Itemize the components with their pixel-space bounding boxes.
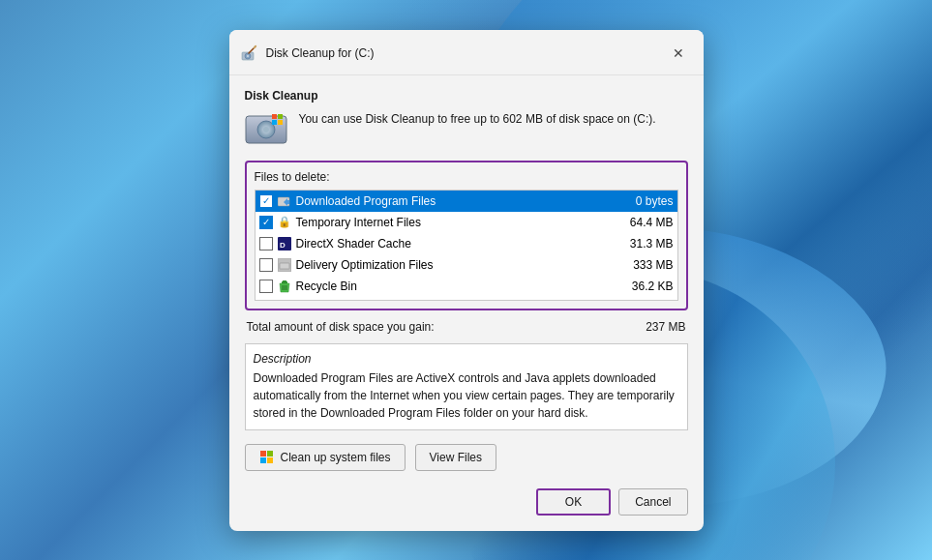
title-bar-left: Disk Cleanup for (C:) [241,44,375,62]
downloaded-files-icon [277,193,292,209]
svg-rect-25 [260,457,266,463]
hard-drive-icon [245,112,287,147]
cleanup-system-files-button[interactable]: Clean up system files [245,444,406,471]
svg-rect-9 [278,114,283,119]
file-size-temp: 64.4 MB [616,216,674,229]
file-name-delivery: Delivery Optimization Files [296,258,612,272]
file-checkbox-recycle[interactable] [259,280,273,293]
total-row: Total amount of disk space you gain: 237… [245,320,688,334]
file-item-directx[interactable]: D DirectX Shader Cache 31.3 MB [256,233,677,254]
hdd-icon [245,112,287,147]
shield-icon [260,451,274,464]
dialog-content: Disk Cleanup [229,75,704,531]
close-button[interactable]: ✕ [665,40,692,67]
recycle-bin-icon [277,279,292,294]
file-size-recycle: 36.2 KB [616,280,674,293]
total-label: Total amount of disk space you gain: [247,320,435,334]
svg-point-7 [263,127,269,133]
svg-rect-19 [283,280,286,282]
svg-rect-26 [267,457,273,463]
title-icon [241,44,258,62]
windows-shield-icon [259,450,275,465]
file-checkbox-directx[interactable] [259,237,273,251]
total-value: 237 MB [646,320,685,334]
file-item-temp-internet[interactable]: ✓ 🔒 Temporary Internet Files 64.4 MB [256,212,677,233]
svg-rect-10 [272,120,277,125]
description-section: Description Downloaded Program Files are… [245,343,688,430]
directx-icon: D [277,236,292,251]
file-size-directx: 31.3 MB [616,237,674,251]
file-item-delivery[interactable]: Delivery Optimization Files 333 MB [256,254,677,276]
file-size-downloaded: 0 bytes [616,194,674,208]
temp-internet-icon: 🔒 [277,215,292,230]
svg-rect-24 [267,451,273,457]
svg-point-2 [246,54,248,56]
cleanup-button-label: Clean up system files [281,451,391,464]
ok-cancel-row: OK Cancel [245,485,688,516]
file-name-temp: Temporary Internet Files [296,216,612,229]
file-item-recycle[interactable]: Recycle Bin 36.2 KB [256,276,677,297]
file-checkbox-temp[interactable]: ✓ [259,216,273,229]
info-text: You can use Disk Cleanup to free up to 6… [299,110,656,128]
file-item-downloaded[interactable]: ✓ Downloaded Program Files 0 bytes [256,191,677,212]
files-label: Files to delete: [255,170,678,184]
svg-rect-8 [272,114,277,119]
dialog-overlay: Disk Cleanup for (C:) ✕ Disk Cleanup [0,0,932,560]
file-name-recycle: Recycle Bin [296,280,612,293]
view-files-button[interactable]: View Files [415,444,496,471]
file-name-directx: DirectX Shader Cache [296,237,612,251]
files-list[interactable]: ✓ Downloaded Program Files 0 bytes ✓ 🔒 [255,190,678,301]
cancel-button[interactable]: Cancel [618,488,687,516]
file-checkbox-delivery[interactable] [259,258,273,272]
lock-icon: 🔒 [278,216,291,228]
description-label: Description [254,352,679,366]
svg-rect-17 [280,263,289,269]
svg-text:D: D [280,241,286,250]
file-size-delivery: 333 MB [616,258,674,272]
description-text: Downloaded Program Files are ActiveX con… [254,369,679,422]
ok-button[interactable]: OK [536,488,611,516]
svg-rect-23 [260,451,266,457]
files-to-delete-section: Files to delete: ✓ Downloaded Program Fi… [245,161,688,310]
disk-cleanup-dialog: Disk Cleanup for (C:) ✕ Disk Cleanup [229,30,704,531]
delivery-icon [277,257,292,273]
disk-cleanup-title-icon [241,44,258,62]
file-name-downloaded: Downloaded Program Files [296,194,612,208]
action-buttons: Clean up system files View Files [245,444,688,471]
view-files-label: View Files [430,451,482,464]
disk-cleanup-info: You can use Disk Cleanup to free up to 6… [245,110,688,147]
svg-rect-11 [278,120,283,125]
file-checkbox-downloaded[interactable]: ✓ [259,194,273,208]
title-bar: Disk Cleanup for (C:) ✕ [229,30,704,75]
dialog-title: Disk Cleanup for (C:) [266,46,375,60]
section-header: Disk Cleanup [245,89,688,103]
